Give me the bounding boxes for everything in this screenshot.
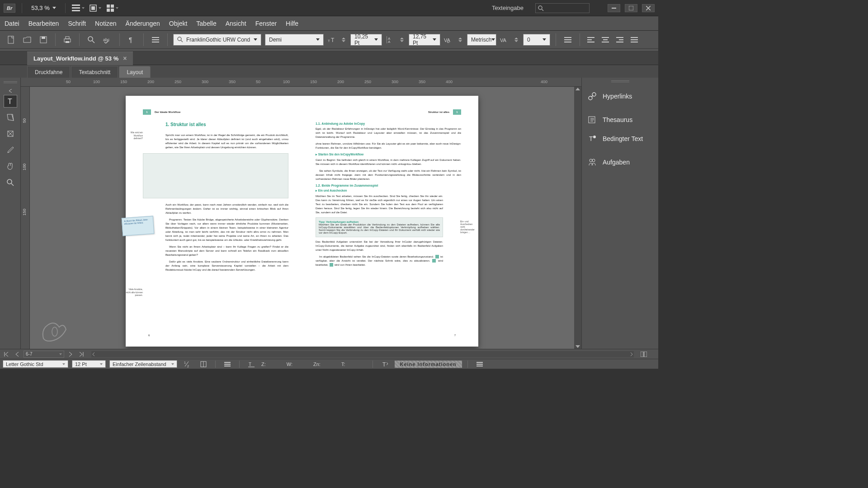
new-document-icon[interactable] bbox=[5, 34, 17, 46]
body-paragraph[interactable]: Dafür gibt es viele Ansätze. Eine sauber… bbox=[165, 260, 288, 272]
eyedropper-tool[interactable] bbox=[4, 144, 17, 156]
pasteboard[interactable]: 1 Der Ideale Workflow 1. Struktur ist al… bbox=[30, 87, 574, 349]
open-document-icon[interactable] bbox=[21, 34, 33, 46]
body-paragraph[interactable]: Im abgebildeten Bedienfeld sehen Sie die… bbox=[316, 255, 443, 267]
panel-menu-icon[interactable] bbox=[149, 34, 162, 46]
grip-icon[interactable] bbox=[4, 81, 17, 84]
menu-bearbeiten[interactable]: Bearbeiten bbox=[28, 20, 59, 27]
font-family-select[interactable]: FranklinGothic URW Cond bbox=[173, 34, 261, 46]
window-maximize-button[interactable] bbox=[625, 4, 637, 12]
menu-icon-2[interactable] bbox=[473, 358, 486, 369]
status-size-select[interactable]: 12 Pt bbox=[72, 360, 106, 368]
align-left-icon[interactable] bbox=[585, 35, 596, 45]
menu-objekt[interactable]: Objekt bbox=[169, 20, 187, 27]
menu-ansicht[interactable]: Ansicht bbox=[226, 20, 246, 27]
last-page-button[interactable] bbox=[77, 351, 86, 358]
page-right[interactable]: Struktur ist alles 1 1.1. Anbindung zu A… bbox=[302, 96, 478, 347]
panel-conditional-text[interactable]: T Bedingter Text bbox=[582, 129, 658, 148]
tab-layout[interactable]: Layout bbox=[119, 66, 151, 78]
menu-notizen[interactable]: Notizen bbox=[95, 20, 116, 27]
kerning-stepper[interactable] bbox=[457, 36, 463, 43]
panel-hyperlinks[interactable]: Hyperlinks bbox=[582, 87, 658, 106]
zoom-level-select[interactable]: 53,3 % bbox=[28, 4, 58, 12]
prev-page-button[interactable] bbox=[13, 351, 22, 358]
window-minimize-button[interactable] bbox=[608, 4, 620, 12]
body-paragraph[interactable]: Sie sehen Symbole, die Ihnen anzeigen, o… bbox=[316, 169, 461, 181]
column-icon[interactable] bbox=[197, 358, 210, 369]
position-tool[interactable] bbox=[4, 127, 17, 140]
align-right-icon[interactable] bbox=[614, 35, 625, 45]
bridge-button[interactable]: Br bbox=[4, 4, 15, 13]
menu-icon[interactable] bbox=[221, 358, 234, 369]
tracking-stepper[interactable] bbox=[513, 36, 519, 43]
panel-thesaurus[interactable]: Thesaurus bbox=[582, 110, 658, 129]
panel-assignments[interactable]: Aufgaben bbox=[582, 153, 658, 172]
body-paragraph[interactable]: Auch ein Workflow, der passt, kann nach … bbox=[165, 203, 288, 215]
font-size-stepper[interactable] bbox=[340, 36, 347, 43]
align-justify-icon[interactable] bbox=[629, 35, 640, 45]
split-view-button[interactable] bbox=[639, 351, 648, 358]
font-style-select[interactable]: Demi bbox=[265, 34, 324, 46]
menu-aenderungen[interactable]: Änderungen bbox=[126, 20, 160, 27]
kerning-select[interactable]: Metrisch bbox=[467, 34, 496, 46]
collapse-icon[interactable] bbox=[8, 88, 13, 91]
body-paragraph[interactable]: Egal, ob der Redakteur Erfahrungen in In… bbox=[316, 127, 461, 139]
scroll-up-icon[interactable] bbox=[576, 88, 580, 90]
page-number-field[interactable]: 6-7 bbox=[24, 351, 64, 358]
hand-tool[interactable] bbox=[4, 160, 17, 173]
menu-schrift[interactable]: Schrift bbox=[68, 20, 86, 27]
empty-text-frame[interactable] bbox=[143, 153, 288, 198]
status-leading-select[interactable]: Einfacher Zeilenabstand bbox=[109, 360, 177, 368]
page-left[interactable]: 1 Der Ideale Workflow 1. Struktur ist al… bbox=[126, 96, 302, 347]
tab-textabschnitt[interactable]: Textabschnitt bbox=[71, 66, 118, 78]
help-search-input[interactable] bbox=[535, 3, 590, 13]
body-paragraph[interactable]: Möchten Sie im Text arbeiten, müssen Sie… bbox=[316, 194, 443, 215]
find-icon[interactable] bbox=[85, 34, 98, 46]
menu-hilfe[interactable]: Hilfe bbox=[286, 20, 298, 27]
body-paragraph[interactable]: Ganz zu Beginn: Sie befinden sich gleich… bbox=[316, 158, 461, 166]
info-icon[interactable]: T bbox=[378, 358, 391, 369]
zoom-tool[interactable] bbox=[4, 176, 17, 189]
tracking-select[interactable]: 0 bbox=[523, 34, 550, 46]
align-center-icon[interactable] bbox=[600, 35, 611, 45]
scroll-down-icon[interactable] bbox=[576, 345, 580, 348]
tip-box[interactable]: Tipp: Verknüpfungen aufheben Möchten Sie… bbox=[316, 217, 443, 237]
fraction-icon[interactable]: 12 bbox=[181, 358, 193, 369]
document-tab[interactable]: Layout_Workflow.indd @ 53 % × bbox=[27, 52, 133, 65]
leading-stepper[interactable] bbox=[398, 36, 405, 43]
tab-druckfahne[interactable]: Druckfahne bbox=[27, 66, 70, 78]
sticky-note[interactable]: Je klarer der Ablauf, desto effizienter … bbox=[122, 216, 155, 236]
vertical-scrollbar[interactable] bbox=[574, 87, 581, 349]
next-page-button[interactable] bbox=[66, 351, 75, 358]
horizontal-ruler[interactable]: 50 100 150 200 250 300 350 50 100 150 20… bbox=[21, 78, 581, 87]
body-paragraph[interactable]: Wenn Sie nicht an Ihrem Arbeitsplatz sin… bbox=[165, 245, 288, 257]
body-paragraph[interactable]: Das Bedienfeld Aufgaben unterstützt Sie … bbox=[316, 240, 443, 252]
vertical-ruler[interactable]: 50 100 150 bbox=[21, 87, 30, 349]
type-tool[interactable]: T bbox=[4, 95, 17, 108]
menu-datei[interactable]: Datei bbox=[5, 20, 19, 27]
body-paragraph[interactable]: Programm. Testen Sie Adobe Bridge, abges… bbox=[165, 218, 288, 242]
horizontal-scrollbar[interactable] bbox=[91, 351, 634, 357]
body-paragraph[interactable]: ohne leeren Rahmen, unnütze Hilfslinien … bbox=[316, 142, 461, 150]
view-options-icon[interactable] bbox=[72, 3, 85, 13]
arrange-documents-icon[interactable] bbox=[106, 3, 119, 13]
status-font-select[interactable]: Letter Gothic Std bbox=[3, 360, 68, 368]
note-tool[interactable] bbox=[4, 111, 17, 124]
print-icon[interactable] bbox=[61, 34, 74, 46]
grip-icon[interactable] bbox=[611, 80, 629, 83]
text-stats-icon[interactable]: T bbox=[245, 358, 258, 369]
panel-menu-icon-2[interactable] bbox=[561, 34, 574, 46]
leading-select[interactable]: 12,75 Pt bbox=[409, 34, 440, 46]
font-size-select[interactable]: 10,25 Pt bbox=[350, 34, 382, 46]
workspace-switcher[interactable]: Texteingabe bbox=[488, 4, 531, 12]
hidden-chars-icon[interactable]: ¶ bbox=[125, 34, 138, 46]
screen-mode-icon[interactable] bbox=[89, 3, 102, 13]
spellcheck-icon[interactable]: abc bbox=[101, 34, 114, 46]
menu-fenster[interactable]: Fenster bbox=[255, 20, 277, 27]
window-close-button[interactable] bbox=[642, 4, 655, 12]
save-icon[interactable] bbox=[37, 34, 50, 46]
menu-tabelle[interactable]: Tabelle bbox=[196, 20, 216, 27]
body-paragraph[interactable]: Spricht man von einem Workflow, ist in d… bbox=[165, 133, 288, 150]
first-page-button[interactable] bbox=[2, 351, 11, 358]
close-icon[interactable]: × bbox=[123, 55, 127, 62]
